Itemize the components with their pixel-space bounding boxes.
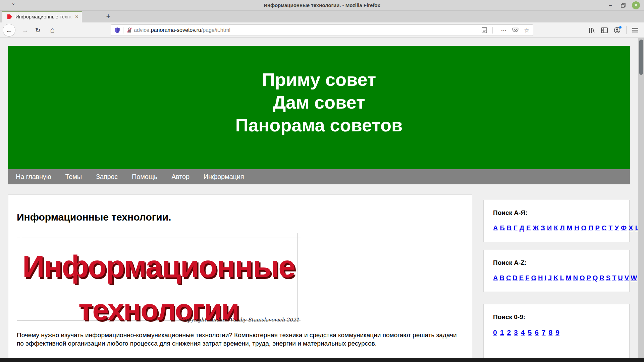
- letter-link[interactable]: N: [573, 274, 578, 282]
- tab-close-icon[interactable]: ×: [74, 13, 79, 20]
- nav-link[interactable]: На главную: [16, 173, 51, 181]
- scrollbar-thumb[interactable]: [639, 40, 643, 75]
- letter-link[interactable]: Т: [608, 224, 612, 232]
- back-button[interactable]: ←: [3, 24, 15, 37]
- content-columns: Информационные технологии. Информационны…: [8, 194, 630, 358]
- letter-link[interactable]: Л: [560, 224, 565, 232]
- letter-link[interactable]: И: [547, 224, 552, 232]
- letter-link[interactable]: А: [493, 224, 498, 232]
- nav-link[interactable]: Запрос: [96, 173, 118, 181]
- tracking-protection-shield-icon[interactable]: [114, 27, 120, 34]
- image-gridline: [17, 238, 301, 238]
- letter-link[interactable]: Х: [629, 224, 633, 232]
- reader-mode-icon[interactable]: [482, 27, 487, 33]
- letter-link[interactable]: O: [580, 274, 585, 282]
- nav-link[interactable]: Информация: [204, 173, 244, 181]
- letter-link[interactable]: Q: [593, 274, 598, 282]
- letter-link[interactable]: W: [631, 274, 637, 282]
- letter-link[interactable]: R: [599, 274, 604, 282]
- letter-link[interactable]: K: [553, 274, 558, 282]
- search-box-latin: Поиск A-Z: ABCDEFGHIJKLMNOPQRSTUVWXYZ: [483, 250, 630, 292]
- letter-link[interactable]: М: [567, 224, 572, 232]
- page-viewport: Приму совет Дам совет Панорама советов Н…: [0, 38, 638, 358]
- digit-link[interactable]: 1: [500, 328, 504, 336]
- close-button[interactable]: ✕: [632, 1, 640, 9]
- letter-link[interactable]: A: [493, 274, 498, 282]
- digit-link[interactable]: 2: [507, 328, 511, 336]
- address-bar[interactable]: advice.panorama-sovetov.ru/page/it.html …: [111, 24, 533, 36]
- nav-link[interactable]: Автор: [171, 173, 190, 181]
- article-image: Информационные технологии Copyright Zhid…: [17, 233, 301, 324]
- letter-link[interactable]: J: [548, 274, 552, 282]
- account-badge: [619, 26, 622, 29]
- letter-link[interactable]: К: [554, 224, 558, 232]
- digit-link[interactable]: 6: [535, 328, 539, 336]
- letter-link[interactable]: Е: [526, 224, 531, 232]
- library-icon[interactable]: [589, 27, 595, 34]
- letter-link[interactable]: Д: [520, 224, 524, 232]
- vertical-scrollbar[interactable]: [638, 38, 644, 358]
- letter-link[interactable]: F: [525, 274, 529, 282]
- letter-link[interactable]: E: [519, 274, 524, 282]
- search-box-title: Поиск А-Я:: [493, 209, 620, 217]
- digit-link[interactable]: 9: [555, 328, 559, 336]
- digit-link[interactable]: 3: [514, 328, 518, 336]
- digit-links: 0123456789: [493, 328, 620, 338]
- letter-link[interactable]: Ф: [621, 224, 627, 232]
- letter-link[interactable]: C: [506, 274, 511, 282]
- home-button[interactable]: ⌂: [46, 22, 58, 38]
- letter-link[interactable]: L: [560, 274, 564, 282]
- insecure-lock-icon[interactable]: [126, 27, 132, 33]
- letter-link[interactable]: О: [581, 224, 587, 232]
- sidebar-toggle-icon[interactable]: [601, 27, 608, 33]
- search-box-title: Поиск 0-9:: [493, 313, 620, 321]
- tab-bar: Информационные технологии. × +: [0, 11, 644, 22]
- page-actions-icon[interactable]: •••: [501, 28, 507, 32]
- letter-link[interactable]: G: [531, 274, 536, 282]
- letter-link[interactable]: Н: [574, 224, 579, 232]
- letter-link[interactable]: H: [538, 274, 543, 282]
- tab-information-technologies[interactable]: Информационные технологии. ×: [2, 11, 82, 22]
- letter-link[interactable]: В: [507, 224, 512, 232]
- urlbar-separator: [492, 27, 493, 34]
- letter-link[interactable]: P: [586, 274, 591, 282]
- letter-link[interactable]: I: [544, 274, 546, 282]
- forward-button[interactable]: →: [19, 22, 31, 38]
- bookmark-star-icon[interactable]: ☆: [524, 26, 530, 34]
- letter-link[interactable]: Б: [500, 224, 504, 232]
- letter-link[interactable]: T: [612, 274, 616, 282]
- letter-link[interactable]: Ц: [635, 224, 638, 232]
- digit-link[interactable]: 5: [528, 328, 532, 336]
- hamburger-menu-icon[interactable]: [632, 28, 638, 33]
- search-box-digits: Поиск 0-9: 0123456789: [483, 304, 630, 358]
- nav-link[interactable]: Темы: [65, 173, 82, 181]
- letter-link[interactable]: Р: [595, 224, 600, 232]
- letter-link[interactable]: B: [499, 274, 504, 282]
- letter-link[interactable]: П: [588, 224, 593, 232]
- letter-link[interactable]: U: [618, 274, 623, 282]
- article-paragraph: Почему нужно изучать информационно-комму…: [17, 331, 465, 348]
- digit-link[interactable]: 4: [521, 328, 525, 336]
- letter-link[interactable]: У: [615, 224, 619, 232]
- new-tab-button[interactable]: +: [103, 12, 113, 22]
- nav-link[interactable]: Помощь: [132, 173, 157, 181]
- search-box-title: Поиск A-Z:: [493, 259, 620, 266]
- restore-button[interactable]: [619, 1, 627, 9]
- digit-link[interactable]: 8: [549, 328, 553, 336]
- pocket-icon[interactable]: [512, 27, 519, 33]
- letter-link[interactable]: D: [513, 274, 517, 282]
- reload-button[interactable]: ↻: [32, 22, 44, 38]
- letter-link[interactable]: С: [602, 224, 606, 232]
- letter-link[interactable]: V: [625, 274, 629, 282]
- digit-link[interactable]: 0: [493, 328, 497, 336]
- letter-link[interactable]: Ж: [533, 224, 539, 232]
- letter-link[interactable]: S: [606, 274, 610, 282]
- letter-link[interactable]: Г: [514, 224, 517, 232]
- tab-title: Информационные технологии.: [15, 14, 74, 19]
- letter-link[interactable]: З: [541, 224, 545, 232]
- letter-link[interactable]: M: [566, 274, 572, 282]
- digit-link[interactable]: 7: [542, 328, 546, 336]
- account-icon[interactable]: [614, 27, 621, 34]
- screen-bottom-edge: [0, 358, 644, 362]
- minimize-button[interactable]: –: [606, 1, 614, 9]
